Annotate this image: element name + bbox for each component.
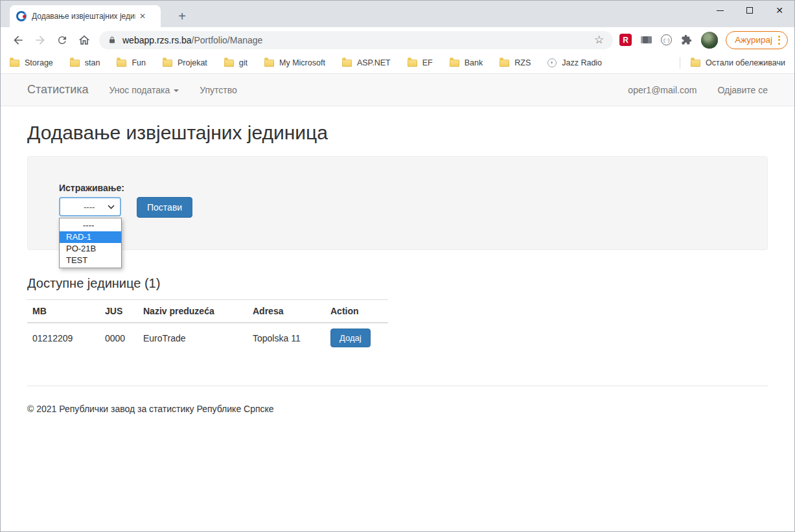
- select-dropdown: ---- RAD-1 PO-21B TEST: [59, 218, 122, 268]
- window-close-button[interactable]: ✕: [765, 1, 794, 20]
- page-viewport: Статистика Унос података Упутство oper1@…: [1, 73, 794, 531]
- chevron-down-icon: [174, 89, 179, 92]
- home-icon: [78, 34, 91, 47]
- circle-extension-icon[interactable]: (··): [661, 34, 672, 45]
- header-action: Action: [325, 300, 388, 323]
- other-bookmarks-button[interactable]: Остали обележивачи: [691, 58, 785, 67]
- bookmark-ef[interactable]: EF: [408, 58, 433, 67]
- lock-icon: [108, 36, 116, 45]
- header-mb: MB: [27, 300, 100, 323]
- nav-user-email[interactable]: oper1@mail.com: [628, 85, 697, 95]
- url-domain: webapp.rzs.rs.ba: [122, 35, 192, 45]
- folder-icon: [10, 60, 19, 67]
- folder-icon: [264, 60, 274, 67]
- forward-button[interactable]: [29, 30, 51, 51]
- new-tab-button[interactable]: +: [173, 8, 191, 25]
- bookmark-label: Storage: [25, 58, 53, 67]
- url-text: webapp.rzs.rs.ba/Portfolio/Manage: [122, 35, 592, 45]
- header-adresa: Adresa: [248, 300, 325, 323]
- footer-copyright: © 2021 Републички завод за статистику Ре…: [27, 404, 768, 414]
- home-button[interactable]: [73, 30, 95, 51]
- footer-divider: [27, 386, 768, 386]
- update-label: Ажурирај: [735, 35, 772, 45]
- header-naziv: Naziv preduzeća: [138, 300, 248, 323]
- bookmark-git[interactable]: git: [224, 58, 248, 67]
- bookmarks-separator: [680, 57, 680, 69]
- site-favicon-icon: [16, 11, 27, 21]
- extensions-row: R (··): [619, 32, 718, 49]
- tab-title: Додавање извјештајних јединица: [32, 12, 135, 21]
- nav-logout[interactable]: Одјавите се: [717, 85, 768, 95]
- bookmark-star-icon[interactable]: ☆: [592, 33, 606, 47]
- resharper-extension-icon[interactable]: R: [619, 34, 632, 46]
- cell-naziv: EuroTrade: [138, 323, 248, 353]
- bookmark-my-microsoft[interactable]: My Microsoft: [264, 58, 325, 67]
- radio-extension-icon[interactable]: [641, 36, 652, 43]
- forward-arrow-icon: [34, 34, 47, 47]
- window-controls: ✕: [705, 1, 794, 20]
- bookmark-label: My Microsoft: [279, 58, 325, 67]
- bookmark-label: Projekat: [178, 58, 207, 67]
- other-bookmarks-label: Остали обележивачи: [706, 58, 785, 67]
- section-title: Доступне јединице (1): [27, 276, 768, 291]
- jazz-radio-icon: [547, 58, 557, 67]
- option-dashes[interactable]: ----: [60, 220, 121, 231]
- table-header-row: MB JUS Naziv preduzeća Adresa Action: [27, 300, 388, 323]
- table-row: 01212209 0000 EuroTrade Topolska 11 Дода…: [27, 323, 388, 353]
- nav-manual[interactable]: Упутство: [200, 85, 237, 95]
- folder-icon: [450, 60, 459, 67]
- profile-avatar[interactable]: [701, 32, 718, 49]
- survey-select[interactable]: ----: [59, 197, 121, 216]
- bookmark-bank[interactable]: Bank: [450, 58, 483, 67]
- option-rad-1[interactable]: RAD-1: [60, 231, 121, 243]
- site-navbar: Статистика Унос података Упутство oper1@…: [1, 73, 794, 106]
- url-path: /Portfolio/Manage: [192, 35, 263, 45]
- cell-mb: 01212209: [27, 323, 100, 353]
- reload-icon: [56, 34, 68, 46]
- survey-form-panel: Истраживање: ---- ---- RAD-1: [27, 156, 768, 250]
- bookmark-rzs[interactable]: RZS: [500, 58, 531, 67]
- bookmark-fun[interactable]: Fun: [117, 58, 146, 67]
- header-jus: JUS: [100, 300, 138, 323]
- folder-icon: [691, 60, 700, 67]
- option-test[interactable]: TEST: [60, 255, 121, 266]
- bookmark-label: RZS: [514, 58, 531, 67]
- folder-icon: [70, 60, 80, 67]
- folder-icon: [342, 60, 352, 67]
- bookmark-storage[interactable]: Storage: [10, 58, 53, 67]
- bookmark-aspnet[interactable]: ASP.NET: [342, 58, 391, 67]
- add-button[interactable]: Додај: [330, 329, 371, 347]
- kebab-menu-icon[interactable]: [778, 36, 780, 45]
- bookmark-jazz-radio[interactable]: Jazz Radio: [547, 58, 602, 67]
- page-title: Додавање извјештајних јединица: [27, 122, 768, 144]
- bookmark-label: ASP.NET: [357, 58, 391, 67]
- reload-button[interactable]: [51, 30, 73, 51]
- chevron-down-icon: [108, 205, 115, 209]
- bookmark-stan[interactable]: stan: [70, 58, 100, 67]
- tab-close-icon[interactable]: ✕: [137, 10, 148, 22]
- browser-toolbar: webapp.rzs.rs.ba/Portfolio/Manage ☆ R (·…: [1, 27, 794, 52]
- bookmark-label: stan: [85, 58, 100, 67]
- tab-strip: Додавање извјештајних јединица ✕ + ✕: [1, 1, 794, 27]
- omnibox[interactable]: webapp.rzs.rs.ba/Portfolio/Manage ☆: [99, 31, 613, 49]
- folder-icon: [163, 60, 172, 67]
- option-po-21b[interactable]: PO-21B: [60, 243, 121, 255]
- folder-icon: [117, 60, 126, 67]
- window-maximize-button[interactable]: [735, 1, 765, 20]
- bookmark-projekat[interactable]: Projekat: [163, 58, 207, 67]
- bookmark-label: git: [239, 58, 248, 67]
- bookmarks-bar: Storage stan Fun Projekat git My Microso…: [1, 52, 794, 73]
- nav-data-entry[interactable]: Унос података: [109, 85, 179, 95]
- units-table: MB JUS Naziv preduzeća Adresa Action 012…: [27, 299, 388, 353]
- submit-button[interactable]: Постави: [137, 197, 192, 218]
- minimize-icon: [717, 10, 724, 11]
- window-minimize-button[interactable]: [705, 1, 735, 20]
- back-button[interactable]: [7, 30, 29, 51]
- browser-window: Додавање извјештајних јединица ✕ + ✕ web…: [0, 0, 795, 532]
- bookmark-label: Fun: [132, 58, 146, 67]
- bookmark-label: EF: [422, 58, 433, 67]
- browser-tab[interactable]: Додавање извјештајних јединица ✕: [10, 5, 161, 27]
- update-button[interactable]: Ажурирај: [726, 31, 788, 49]
- brand-statistika[interactable]: Статистика: [27, 83, 89, 97]
- extensions-puzzle-icon[interactable]: [681, 34, 692, 45]
